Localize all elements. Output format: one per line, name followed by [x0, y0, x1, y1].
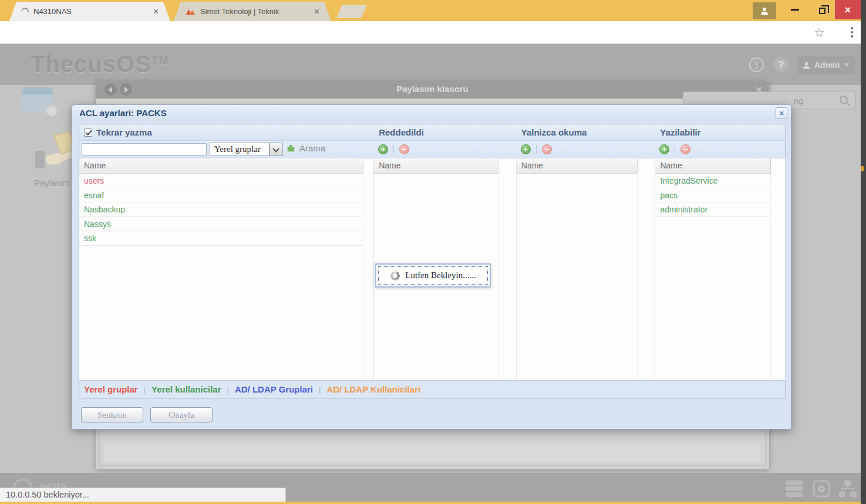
grid-writable: Name IntegradServicepacsadministrator — [655, 158, 786, 380]
window-frame-bottom — [0, 502, 861, 504]
disk-drive-icon[interactable] — [813, 480, 830, 498]
new-tab-button[interactable] — [336, 5, 367, 18]
disk-stack-icon[interactable] — [785, 480, 804, 498]
puzzle-icon — [286, 143, 296, 153]
overwrite-option[interactable]: Tekrar yazma — [79, 124, 374, 140]
person-icon — [760, 6, 769, 16]
footer-link[interactable]: Yerel gruplar — [84, 384, 138, 394]
browser-addressbar — [0, 21, 866, 44]
loading-text: Lutfen Bekleyin...... — [405, 270, 476, 280]
admin-label: Admin — [814, 60, 840, 70]
grid-name-header: Name — [374, 158, 498, 174]
grid-all-accounts: Name usersesnafNasbackupNassysssk — [79, 158, 374, 380]
separator: | — [319, 385, 321, 394]
acl-entry[interactable]: IntegradService — [655, 174, 770, 188]
divider — [675, 145, 675, 154]
dialog-close-button[interactable]: × — [776, 107, 787, 119]
search-input[interactable] — [82, 143, 207, 155]
add-button[interactable]: + — [378, 144, 388, 154]
writable-actions: + − — [655, 141, 786, 158]
restore-button[interactable] — [810, 0, 834, 19]
grid-name-header: Name — [655, 158, 771, 174]
badge-icon — [46, 105, 58, 117]
dialog-header[interactable]: ACL ayarlari: PACKS × — [72, 105, 791, 121]
column-header-denied: Reddedildi — [374, 124, 517, 140]
grid-body — [517, 174, 638, 380]
column-header-writable: Yazilabilir — [655, 124, 786, 140]
window-title: Paylasim klasoru — [96, 84, 769, 94]
readonly-actions: + − — [517, 141, 656, 158]
tab-close-icon[interactable]: × — [314, 7, 319, 16]
acl-entry[interactable]: Nasbackup — [79, 202, 363, 217]
separator: | — [144, 385, 146, 394]
add-button[interactable]: + — [521, 144, 531, 154]
divider — [393, 145, 394, 154]
scroll-marker — [861, 166, 864, 171]
browser-status-text: 10.0.0.50 bekleniyor... — [0, 488, 286, 502]
remove-button[interactable]: − — [542, 144, 552, 154]
column-header-readonly: Yalnizca okuma — [517, 124, 656, 140]
nas-page: ThecusOSTM ! ? Admin Paylasim — [0, 44, 866, 504]
search-type-select[interactable]: Yerel gruplar — [210, 143, 269, 156]
footer-link[interactable]: AD/ LDAP Gruplari — [235, 384, 313, 394]
loading-dialog: Lutfen Bekleyin...... — [375, 263, 491, 287]
add-button[interactable]: + — [659, 144, 669, 154]
minimize-icon — [791, 9, 799, 11]
acl-entry[interactable]: ssk — [79, 231, 363, 246]
window-close-button[interactable]: × — [835, 0, 861, 19]
bookmark-star-icon[interactable]: ☆ — [814, 26, 825, 40]
acl-entry[interactable]: pacs — [655, 188, 770, 203]
dialog-title: ACL ayarlari: PACKS — [79, 108, 167, 118]
search-button[interactable]: Arama — [286, 143, 325, 153]
browser-profile-button[interactable] — [753, 2, 776, 19]
search-controls: Yerel gruplar Arama — [79, 141, 374, 158]
source-links-bar: Yerel gruplar|Yerel kullanicilar|AD/ LDA… — [79, 380, 786, 398]
select-chevron-button[interactable] — [269, 143, 283, 156]
denied-actions: + − — [374, 141, 517, 158]
acl-entry[interactable]: users — [79, 174, 363, 188]
acl-entry[interactable]: esnaf — [79, 188, 363, 203]
column-header-row: Tekrar yazma Reddedildi Yalnizca okuma Y… — [79, 124, 786, 141]
checkbox-label: Tekrar yazma — [96, 124, 152, 140]
controls-row: Yerel gruplar Arama + − — [79, 141, 786, 158]
shortcut-label: Paylasim — [34, 178, 70, 188]
browser-titlebar: N4310NAS × Simet Teknoloji | Teknik × × — [0, 0, 866, 21]
footer-link[interactable]: Yerel kullanicilar — [151, 384, 221, 394]
admin-menu[interactable]: Admin — [797, 56, 855, 74]
nas-header: ThecusOSTM ! ? Admin — [0, 44, 866, 85]
network-icon[interactable] — [838, 480, 857, 498]
browser-menu-button[interactable] — [851, 27, 853, 39]
simet-favicon-icon — [186, 7, 196, 16]
nas-search-text: ng — [794, 96, 804, 106]
window-titlebar[interactable]: Paylasim klasoru × — [96, 81, 769, 99]
acl-panel: Tekrar yazma Reddedildi Yalnizca okuma Y… — [79, 124, 786, 398]
thecusos-logo: ThecusOSTM — [31, 51, 169, 77]
alert-icon[interactable]: ! — [749, 57, 764, 72]
grid-name-header: Name — [517, 158, 638, 174]
tab-title: Simet Teknoloji | Teknik — [200, 7, 309, 16]
grid-body: IntegradServicepacsadministrator — [655, 174, 771, 380]
restore-icon — [819, 8, 825, 14]
minimize-button[interactable] — [784, 0, 806, 19]
tab-loading-spinner-icon — [20, 6, 31, 17]
tab-simet[interactable]: Simet Teknoloji | Teknik × — [174, 2, 331, 21]
help-icon[interactable]: ? — [774, 57, 789, 72]
grid-body: usersesnafNasbackupNassysssk — [79, 174, 363, 380]
remove-button[interactable]: − — [399, 144, 409, 154]
separator: | — [227, 385, 229, 394]
window-frame-right — [861, 0, 866, 504]
control-panel-icon[interactable] — [22, 87, 53, 113]
remove-button[interactable]: − — [680, 144, 690, 154]
apply-button[interactable]: Onayla — [150, 407, 213, 422]
sync-button[interactable]: Senkron — [81, 407, 143, 422]
tab-n4310nas[interactable]: N4310NAS × — [9, 2, 170, 21]
chevron-down-icon — [272, 146, 279, 152]
acl-entry[interactable]: administrator — [655, 202, 770, 217]
tab-title: N4310NAS — [33, 7, 149, 16]
tab-close-icon[interactable]: × — [153, 7, 159, 16]
divider — [536, 145, 537, 154]
checkbox-icon[interactable] — [84, 128, 92, 137]
footer-link[interactable]: AD/ LDAP Kullanicilari — [326, 384, 420, 394]
acl-entry[interactable]: Nassys — [79, 217, 363, 232]
search-button-label: Arama — [299, 143, 325, 153]
